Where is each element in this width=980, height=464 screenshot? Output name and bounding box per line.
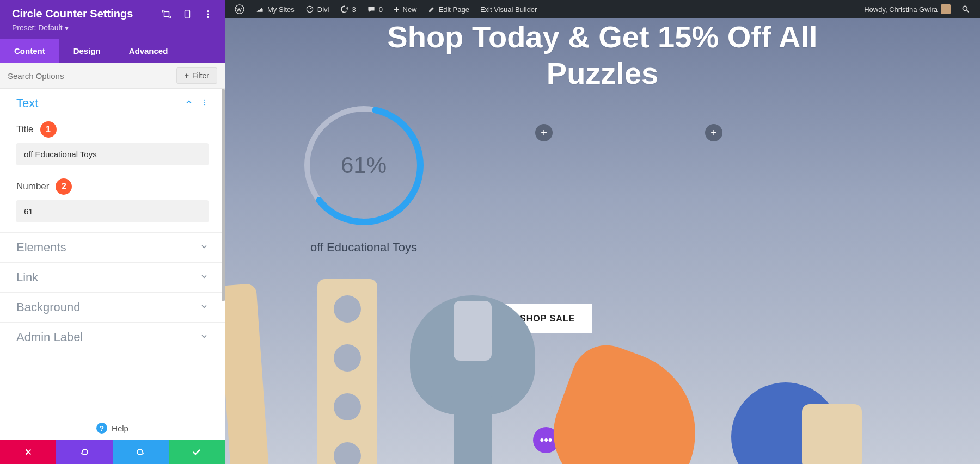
panel-footer — [0, 440, 225, 464]
svg-point-10 — [204, 104, 205, 105]
section-admin-label-toggle[interactable]: Admin Label — [0, 322, 225, 352]
svg-point-5 — [207, 10, 209, 11]
multisite-icon — [255, 5, 264, 14]
filter-button[interactable]: + Filter — [176, 67, 217, 84]
section-elements-toggle[interactable]: Elements — [0, 232, 225, 262]
panel-more-button[interactable] — [203, 9, 213, 19]
circle-label-text: off Educational Toys — [298, 240, 429, 255]
hero-line1: Shop Today & Get 15% Off All — [225, 18, 980, 55]
divi-settings-panel: Circle Counter Settings Preset: Default … — [0, 0, 225, 464]
undo-button[interactable] — [56, 440, 112, 464]
svg-point-7 — [207, 16, 209, 17]
section-more-button[interactable] — [201, 98, 209, 109]
decor-wrench — [410, 295, 535, 464]
section-background-label: Background — [16, 300, 80, 314]
hero-title: Shop Today & Get 15% Off All Puzzles — [225, 18, 980, 91]
updates-link[interactable]: 3 — [335, 0, 362, 18]
decor-orange-shape — [537, 335, 718, 464]
responsive-preview-button[interactable] — [182, 9, 192, 19]
edit-page-link[interactable]: Edit Page — [422, 0, 475, 18]
chevron-up-icon — [185, 98, 193, 109]
circle-percent-text: 61% — [298, 100, 429, 231]
cancel-button[interactable] — [0, 440, 56, 464]
search-icon — [961, 5, 970, 14]
dashboard-icon — [305, 5, 314, 14]
redo-icon — [135, 447, 146, 457]
annotation-badge-2: 2 — [56, 178, 72, 195]
tab-design[interactable]: Design — [59, 39, 115, 63]
field-number: Number 2 — [0, 175, 225, 232]
close-icon — [23, 447, 33, 457]
title-input[interactable] — [16, 143, 209, 165]
svg-point-9 — [204, 101, 205, 102]
wp-logo[interactable] — [229, 0, 250, 18]
exit-visual-builder-link[interactable]: Exit Visual Builder — [475, 0, 543, 18]
preset-dropdown[interactable]: Preset: Default ▾ — [12, 23, 213, 32]
panel-search-row: + Filter — [0, 63, 225, 89]
panel-header: Circle Counter Settings Preset: Default … — [0, 0, 225, 39]
new-content-link[interactable]: + New — [388, 0, 422, 18]
plus-icon: + — [185, 71, 189, 80]
wordpress-icon — [235, 4, 244, 14]
number-label: Number — [16, 181, 49, 192]
plus-icon: + — [394, 4, 400, 15]
svg-rect-4 — [185, 10, 190, 17]
site-name-link[interactable]: Divi — [300, 0, 335, 18]
section-text-toggle[interactable]: Text — [0, 89, 225, 118]
howdy-user-link[interactable]: Howdy, Christina Gwira — [859, 0, 956, 18]
svg-rect-3 — [164, 11, 169, 16]
exit-vb-label: Exit Visual Builder — [480, 5, 537, 14]
comments-link[interactable]: 0 — [362, 0, 388, 18]
search-toggle[interactable] — [956, 0, 976, 18]
page-preview: Shop Today & Get 15% Off All Puzzles 61%… — [225, 18, 980, 464]
expand-panel-button[interactable] — [162, 9, 171, 19]
kebab-icon — [201, 98, 209, 107]
my-sites-label: My Sites — [267, 5, 295, 14]
section-text-label: Text — [16, 96, 38, 110]
chevron-down-icon — [200, 302, 209, 313]
number-input[interactable] — [16, 200, 209, 222]
kebab-icon — [203, 9, 213, 19]
wp-admin-bar: My Sites Divi 3 0 + New Edit Page Exit V… — [225, 0, 980, 18]
user-avatar — [941, 4, 951, 14]
redo-button[interactable] — [113, 440, 169, 464]
tab-content[interactable]: Content — [0, 39, 59, 63]
filter-label: Filter — [192, 71, 209, 80]
title-label: Title — [16, 124, 34, 135]
hero-line2: Puzzles — [225, 55, 980, 91]
tab-advanced[interactable]: Advanced — [115, 39, 182, 63]
decor-screwdriver — [225, 283, 270, 464]
scrollbar-thumb[interactable] — [222, 89, 225, 301]
comments-count: 0 — [379, 5, 383, 14]
comment-icon — [367, 5, 376, 14]
plus-icon: + — [541, 127, 547, 139]
section-link-toggle[interactable]: Link — [0, 262, 225, 292]
new-label: New — [403, 5, 417, 14]
check-icon — [191, 447, 202, 457]
section-elements-label: Elements — [16, 240, 66, 255]
undo-icon — [79, 447, 90, 457]
help-link[interactable]: ? Help — [0, 416, 225, 440]
circle-counter-module[interactable]: 61% off Educational Toys — [298, 100, 429, 255]
add-module-button[interactable]: + — [705, 124, 722, 141]
preset-label: Preset: Default — [12, 23, 63, 32]
section-admin-label-label: Admin Label — [16, 330, 83, 344]
section-link-label: Link — [16, 270, 38, 284]
help-label: Help — [112, 424, 128, 433]
annotation-badge-1: 1 — [40, 121, 57, 138]
chevron-down-icon — [200, 272, 209, 283]
updates-count: 3 — [352, 5, 356, 14]
site-name-label: Divi — [317, 5, 329, 14]
edit-page-label: Edit Page — [439, 5, 469, 14]
save-button[interactable] — [169, 440, 225, 464]
more-icon: ••• — [540, 433, 552, 447]
my-sites-link[interactable]: My Sites — [250, 0, 300, 18]
tablet-icon — [182, 9, 192, 19]
pencil-icon — [428, 5, 436, 13]
refresh-icon — [340, 5, 349, 14]
search-options-input[interactable] — [8, 71, 176, 81]
decor-saw-handle — [802, 404, 862, 464]
section-background-toggle[interactable]: Background — [0, 292, 225, 322]
add-module-button[interactable]: + — [535, 124, 553, 141]
svg-point-2 — [963, 6, 967, 10]
